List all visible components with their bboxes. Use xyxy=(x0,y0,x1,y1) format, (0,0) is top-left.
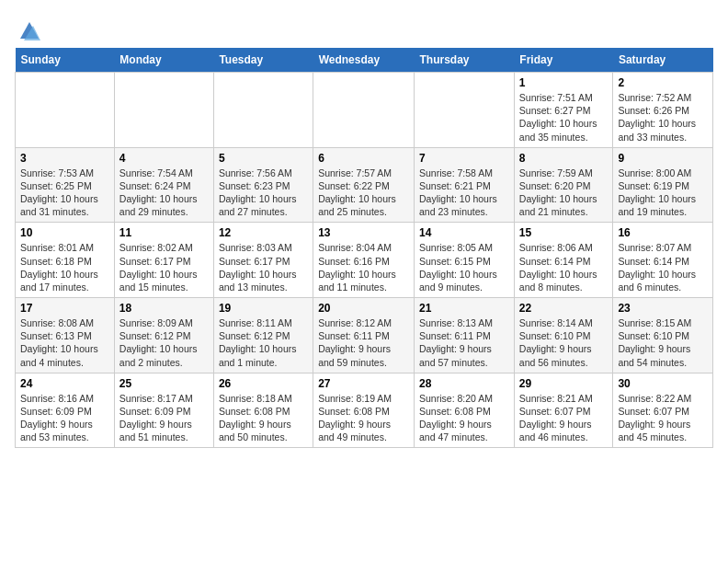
day-info: Sunrise: 8:14 AM Sunset: 6:10 PM Dayligh… xyxy=(519,316,609,369)
day-number: 12 xyxy=(219,226,308,239)
day-info: Sunrise: 8:09 AM Sunset: 6:12 PM Dayligh… xyxy=(119,316,209,369)
day-info: Sunrise: 8:01 AM Sunset: 6:18 PM Dayligh… xyxy=(20,241,109,293)
header xyxy=(15,15,713,39)
day-info: Sunrise: 7:58 AM Sunset: 6:21 PM Dayligh… xyxy=(419,167,509,219)
day-info: Sunrise: 8:12 AM Sunset: 6:11 PM Dayligh… xyxy=(318,316,409,369)
calendar-day-6: 6Sunrise: 7:57 AM Sunset: 6:22 PM Daylig… xyxy=(313,147,415,223)
day-number: 13 xyxy=(318,226,409,239)
day-info: Sunrise: 8:02 AM Sunset: 6:17 PM Dayligh… xyxy=(119,241,209,293)
day-info: Sunrise: 8:16 AM Sunset: 6:09 PM Dayligh… xyxy=(20,392,109,444)
day-number: 18 xyxy=(119,302,209,315)
day-info: Sunrise: 7:56 AM Sunset: 6:23 PM Dayligh… xyxy=(219,167,308,219)
weekday-header-saturday: Saturday xyxy=(613,48,713,73)
day-info: Sunrise: 8:18 AM Sunset: 6:08 PM Dayligh… xyxy=(219,392,308,444)
calendar-empty-cell xyxy=(114,73,213,148)
calendar-day-5: 5Sunrise: 7:56 AM Sunset: 6:23 PM Daylig… xyxy=(213,147,313,223)
day-number: 27 xyxy=(318,377,409,390)
day-info: Sunrise: 8:20 AM Sunset: 6:08 PM Dayligh… xyxy=(419,392,509,444)
day-number: 5 xyxy=(219,152,308,165)
day-info: Sunrise: 7:51 AM Sunset: 6:27 PM Dayligh… xyxy=(519,91,609,144)
logo-icon xyxy=(17,18,42,44)
day-info: Sunrise: 8:11 AM Sunset: 6:12 PM Dayligh… xyxy=(219,316,308,369)
day-info: Sunrise: 8:05 AM Sunset: 6:15 PM Dayligh… xyxy=(419,241,509,293)
weekday-header-tuesday: Tuesday xyxy=(213,48,313,73)
calendar-day-18: 18Sunrise: 8:09 AM Sunset: 6:12 PM Dayli… xyxy=(114,298,213,373)
day-info: Sunrise: 8:15 AM Sunset: 6:10 PM Dayligh… xyxy=(618,316,708,369)
calendar-empty-cell xyxy=(16,73,115,148)
day-info: Sunrise: 8:08 AM Sunset: 6:13 PM Dayligh… xyxy=(20,316,109,369)
day-info: Sunrise: 8:13 AM Sunset: 6:11 PM Dayligh… xyxy=(419,316,509,369)
calendar-day-14: 14Sunrise: 8:05 AM Sunset: 6:15 PM Dayli… xyxy=(415,223,515,298)
day-info: Sunrise: 8:19 AM Sunset: 6:08 PM Dayligh… xyxy=(318,392,409,444)
calendar-day-3: 3Sunrise: 7:53 AM Sunset: 6:25 PM Daylig… xyxy=(16,147,115,223)
day-number: 26 xyxy=(219,377,308,390)
day-info: Sunrise: 7:59 AM Sunset: 6:20 PM Dayligh… xyxy=(519,167,609,219)
day-info: Sunrise: 7:52 AM Sunset: 6:26 PM Dayligh… xyxy=(618,91,708,144)
calendar-day-7: 7Sunrise: 7:58 AM Sunset: 6:21 PM Daylig… xyxy=(415,147,515,223)
day-number: 14 xyxy=(419,226,509,239)
day-number: 4 xyxy=(119,152,209,165)
day-number: 30 xyxy=(618,377,708,390)
day-number: 11 xyxy=(119,226,209,239)
day-number: 17 xyxy=(20,302,109,315)
calendar-day-11: 11Sunrise: 8:02 AM Sunset: 6:17 PM Dayli… xyxy=(114,223,213,298)
day-info: Sunrise: 8:21 AM Sunset: 6:07 PM Dayligh… xyxy=(519,392,609,444)
calendar-empty-cell xyxy=(313,73,415,148)
calendar-day-27: 27Sunrise: 8:19 AM Sunset: 6:08 PM Dayli… xyxy=(313,373,415,448)
calendar-day-15: 15Sunrise: 8:06 AM Sunset: 6:14 PM Dayli… xyxy=(514,223,613,298)
calendar-day-8: 8Sunrise: 7:59 AM Sunset: 6:20 PM Daylig… xyxy=(514,147,613,223)
weekday-header-sunday: Sunday xyxy=(16,48,115,73)
day-number: 3 xyxy=(20,152,109,165)
day-number: 22 xyxy=(519,302,609,315)
day-number: 23 xyxy=(618,302,708,315)
day-info: Sunrise: 8:04 AM Sunset: 6:16 PM Dayligh… xyxy=(318,241,409,293)
day-number: 6 xyxy=(318,152,409,165)
day-number: 9 xyxy=(618,152,708,165)
day-info: Sunrise: 8:00 AM Sunset: 6:19 PM Dayligh… xyxy=(618,167,708,219)
calendar-week-row: 10Sunrise: 8:01 AM Sunset: 6:18 PM Dayli… xyxy=(16,223,713,298)
day-info: Sunrise: 8:07 AM Sunset: 6:14 PM Dayligh… xyxy=(618,241,708,293)
day-number: 29 xyxy=(519,377,609,390)
calendar-day-26: 26Sunrise: 8:18 AM Sunset: 6:08 PM Dayli… xyxy=(213,373,313,448)
day-number: 8 xyxy=(519,152,609,165)
day-info: Sunrise: 8:03 AM Sunset: 6:17 PM Dayligh… xyxy=(219,241,308,293)
calendar-day-19: 19Sunrise: 8:11 AM Sunset: 6:12 PM Dayli… xyxy=(213,298,313,373)
calendar-empty-cell xyxy=(415,73,515,148)
calendar-day-4: 4Sunrise: 7:54 AM Sunset: 6:24 PM Daylig… xyxy=(114,147,213,223)
weekday-header-thursday: Thursday xyxy=(415,48,515,73)
day-number: 24 xyxy=(20,377,109,390)
calendar-day-2: 2Sunrise: 7:52 AM Sunset: 6:26 PM Daylig… xyxy=(613,73,713,148)
calendar-day-28: 28Sunrise: 8:20 AM Sunset: 6:08 PM Dayli… xyxy=(415,373,515,448)
weekday-header-friday: Friday xyxy=(514,48,613,73)
day-number: 7 xyxy=(419,152,509,165)
day-number: 15 xyxy=(519,226,609,239)
day-info: Sunrise: 8:06 AM Sunset: 6:14 PM Dayligh… xyxy=(519,241,609,293)
day-number: 16 xyxy=(618,226,708,239)
calendar-day-30: 30Sunrise: 8:22 AM Sunset: 6:07 PM Dayli… xyxy=(613,373,713,448)
weekday-header-row: SundayMondayTuesdayWednesdayThursdayFrid… xyxy=(16,48,713,73)
weekday-header-monday: Monday xyxy=(114,48,213,73)
calendar-table: SundayMondayTuesdayWednesdayThursdayFrid… xyxy=(15,48,713,448)
calendar-day-24: 24Sunrise: 8:16 AM Sunset: 6:09 PM Dayli… xyxy=(16,373,115,448)
logo xyxy=(15,18,42,39)
calendar-day-20: 20Sunrise: 8:12 AM Sunset: 6:11 PM Dayli… xyxy=(313,298,415,373)
day-info: Sunrise: 8:22 AM Sunset: 6:07 PM Dayligh… xyxy=(618,392,708,444)
calendar-day-16: 16Sunrise: 8:07 AM Sunset: 6:14 PM Dayli… xyxy=(613,223,713,298)
day-info: Sunrise: 7:53 AM Sunset: 6:25 PM Dayligh… xyxy=(20,167,109,219)
calendar-day-10: 10Sunrise: 8:01 AM Sunset: 6:18 PM Dayli… xyxy=(16,223,115,298)
weekday-header-wednesday: Wednesday xyxy=(313,48,415,73)
calendar-day-25: 25Sunrise: 8:17 AM Sunset: 6:09 PM Dayli… xyxy=(114,373,213,448)
day-number: 28 xyxy=(419,377,509,390)
day-info: Sunrise: 7:57 AM Sunset: 6:22 PM Dayligh… xyxy=(318,167,409,219)
day-number: 19 xyxy=(219,302,308,315)
day-info: Sunrise: 7:54 AM Sunset: 6:24 PM Dayligh… xyxy=(119,167,209,219)
calendar-day-23: 23Sunrise: 8:15 AM Sunset: 6:10 PM Dayli… xyxy=(613,298,713,373)
day-info: Sunrise: 8:17 AM Sunset: 6:09 PM Dayligh… xyxy=(119,392,209,444)
calendar-day-13: 13Sunrise: 8:04 AM Sunset: 6:16 PM Dayli… xyxy=(313,223,415,298)
day-number: 21 xyxy=(419,302,509,315)
day-number: 2 xyxy=(618,76,708,89)
day-number: 20 xyxy=(318,302,409,315)
calendar-empty-cell xyxy=(213,73,313,148)
calendar-week-row: 3Sunrise: 7:53 AM Sunset: 6:25 PM Daylig… xyxy=(16,147,713,223)
calendar-day-12: 12Sunrise: 8:03 AM Sunset: 6:17 PM Dayli… xyxy=(213,223,313,298)
